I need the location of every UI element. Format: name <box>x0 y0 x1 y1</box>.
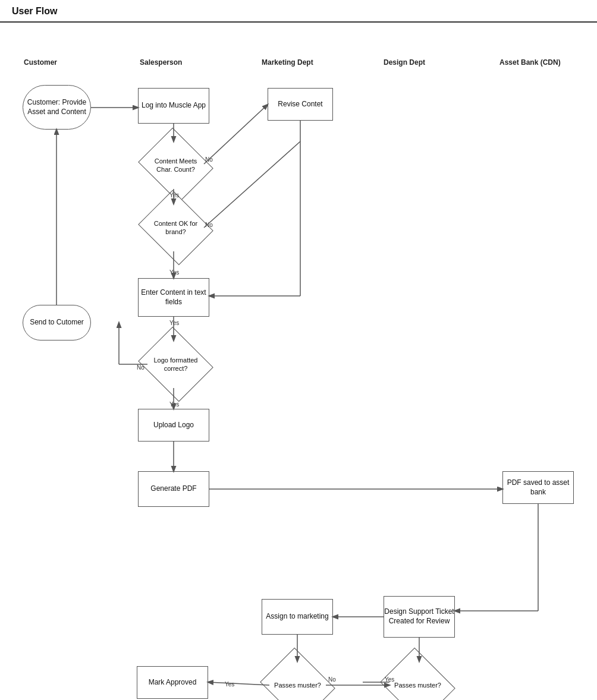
node-send-to-customer: Send to Cutomer <box>23 305 91 340</box>
node-mark-approved: Mark Approved <box>137 666 208 699</box>
lane-asset: Asset Bank (CDN) <box>499 58 561 67</box>
node-char-count: Content Meets Char. Count? <box>147 141 204 189</box>
node-revise-content: Revise Contet <box>268 88 333 121</box>
label-no-muster1: No <box>328 676 336 683</box>
node-generate-pdf: Generate PDF <box>138 471 209 507</box>
diagram-area: Customer Salesperson Marketing Dept Desi… <box>0 23 597 700</box>
lane-customer: Customer <box>24 58 57 67</box>
node-brand-ok: Content OK for brand? <box>147 204 204 251</box>
node-passes-muster-1: Passes muster? <box>269 661 326 700</box>
label-yes-logo: Yes <box>169 401 179 408</box>
node-assign-marketing: Assign to marketing <box>262 599 333 635</box>
page-title: User Flow <box>12 6 57 16</box>
arrows-layer <box>0 23 597 700</box>
svg-line-7 <box>204 141 300 228</box>
label-yes-char: Yes <box>169 192 179 198</box>
label-no-logo: No <box>137 364 144 371</box>
label-yes-muster1: Yes <box>225 681 234 688</box>
label-yes-brand: Yes <box>169 269 179 276</box>
lane-marketing: Marketing Dept <box>262 58 313 67</box>
node-passes-muster-2: Passes muster? <box>389 661 446 700</box>
svg-line-3 <box>204 105 268 164</box>
label-yes-muster2: Yes <box>385 676 394 683</box>
node-logo-formatted: Logo formatted correct? <box>147 340 204 388</box>
node-design-ticket: Design Support Ticket Created for Review <box>384 596 455 638</box>
node-log-in: Log into Muscle App <box>138 88 209 124</box>
label-no-char: No <box>205 156 213 163</box>
label-yes-enter: Yes <box>169 320 179 326</box>
lane-salesperson: Salesperson <box>140 58 182 67</box>
node-pdf-saved: PDF saved to asset bank <box>502 471 574 504</box>
node-enter-content: Enter Content in text fields <box>138 278 209 317</box>
lane-design: Design Dept <box>384 58 425 67</box>
page-header: User Flow <box>0 0 597 23</box>
node-upload-logo: Upload Logo <box>138 409 209 442</box>
node-customer-start: Customer: Provide Asset and Content <box>23 85 91 130</box>
label-no-brand: No <box>205 222 213 228</box>
